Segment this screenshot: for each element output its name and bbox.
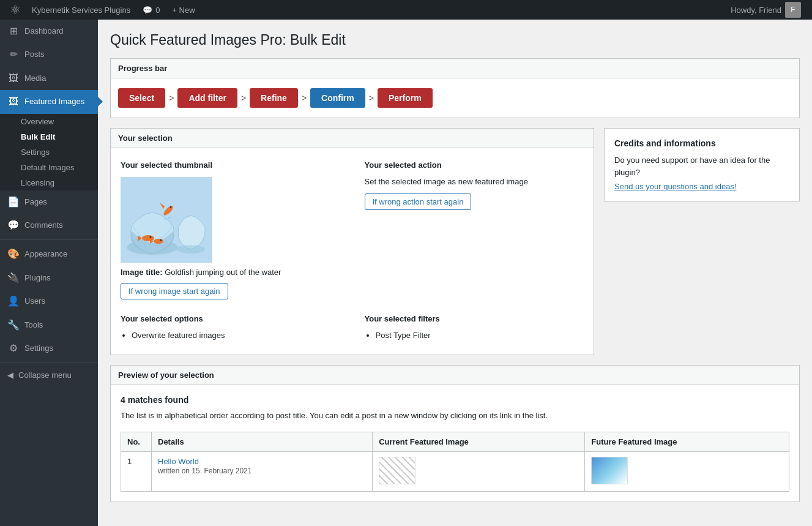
plugins-icon: 🔌 xyxy=(7,271,20,285)
options-section: Your selected options Overwrite featured… xyxy=(121,314,352,342)
filters-list: Post Type Filter xyxy=(365,331,584,340)
progress-bar-header: Progress bar xyxy=(111,59,799,78)
options-list: Overwrite featured images xyxy=(121,331,340,340)
comments-sidebar-icon: 💬 xyxy=(7,219,20,232)
post-title-link[interactable]: Hello World xyxy=(158,457,199,466)
collapse-icon: ◀ xyxy=(7,370,13,380)
sidebar-item-media[interactable]: 🖼 Media xyxy=(0,67,98,90)
step-perform-button[interactable]: Perform xyxy=(378,88,433,108)
svg-point-10 xyxy=(170,206,172,208)
thumbnail-image-area xyxy=(121,177,212,263)
row-future-image xyxy=(585,451,789,491)
step-select-button[interactable]: Select xyxy=(118,88,165,108)
svg-point-11 xyxy=(177,245,205,254)
step-arrow-1: > xyxy=(169,93,174,103)
step-arrow-4: > xyxy=(369,93,374,103)
action-section: Your selected action Set the selected im… xyxy=(352,160,584,299)
selection-header: Your selection xyxy=(111,129,594,148)
table-header-future: Future Featured Image xyxy=(585,432,789,451)
featured-images-icon: 🖼 xyxy=(7,95,20,108)
preview-header: Preview of your selection xyxy=(111,366,799,385)
table-header-no: No. xyxy=(121,432,152,451)
submenu-item-overview[interactable]: Overview xyxy=(0,114,98,129)
media-icon: 🖼 xyxy=(7,72,20,85)
credits-column: Credits and informations Do you need sup… xyxy=(604,128,800,355)
dashboard-icon: ⊞ xyxy=(7,24,20,38)
filters-section: Your selected filters Post Type Filter xyxy=(352,314,584,342)
action-description: Set the selected image as new featured i… xyxy=(365,177,584,186)
svg-point-5 xyxy=(154,239,163,244)
options-title: Your selected options xyxy=(121,314,340,323)
admin-sidebar: ⊞ Dashboard ✏ Posts 🖼 Media 🖼 Featured I… xyxy=(0,20,98,526)
appearance-icon: 🎨 xyxy=(7,247,20,261)
selection-column: Your selection Your selected thumbnail xyxy=(110,128,594,355)
credits-box: Credits and informations Do you need sup… xyxy=(604,128,800,201)
filter-item: Post Type Filter xyxy=(376,331,584,340)
post-date: written on 15. February 2021 xyxy=(158,467,251,475)
submenu-item-bulk-edit[interactable]: Bulk Edit xyxy=(0,129,98,145)
pages-icon: 📄 xyxy=(7,195,20,209)
featured-images-submenu: Overview Bulk Edit Settings Default Imag… xyxy=(0,114,98,190)
settings-icon: ⚙ xyxy=(7,342,20,355)
posts-icon: ✏ xyxy=(7,48,20,61)
collapse-menu[interactable]: ◀ Collapse menu xyxy=(0,366,98,385)
page-title: Quick Featured Images Pro: Bulk Edit xyxy=(110,32,800,48)
sidebar-item-comments[interactable]: 💬 Comments xyxy=(0,214,98,237)
selection-body: Your selected thumbnail xyxy=(111,148,594,355)
image-title-text: Image title: Goldfish jumping out of the… xyxy=(121,268,340,277)
action-title: Your selected action xyxy=(365,160,584,170)
sidebar-item-posts[interactable]: ✏ Posts xyxy=(0,43,98,66)
table-header-current: Current Featured Image xyxy=(373,432,585,451)
row-current-image xyxy=(373,451,585,491)
svg-point-7 xyxy=(160,239,162,241)
sidebar-item-settings[interactable]: ⚙ Settings xyxy=(0,337,98,360)
future-thumbnail xyxy=(591,457,628,484)
step-add-filter-button[interactable]: Add filter xyxy=(177,88,237,108)
submenu-item-licensing[interactable]: Licensing xyxy=(0,175,98,190)
adminbar-new[interactable]: + New xyxy=(166,0,201,20)
sidebar-item-tools[interactable]: 🔧 Tools xyxy=(0,314,98,337)
option-item: Overwrite featured images xyxy=(132,331,340,340)
adminbar-site-name[interactable]: Kybernetik Services Plugins xyxy=(26,0,136,20)
credits-link[interactable]: Send us your questions and ideas! xyxy=(614,182,736,191)
step-confirm-button[interactable]: Confirm xyxy=(310,88,365,108)
row-details: Hello World written on 15. February 2021 xyxy=(152,451,373,491)
main-content: Quick Featured Images Pro: Bulk Edit Pro… xyxy=(98,20,812,526)
credits-text: Do you need support or have an idea for … xyxy=(614,154,789,178)
matches-count: 4 matches found xyxy=(121,395,789,405)
options-filters-grid: Your selected options Overwrite featured… xyxy=(121,314,584,342)
sidebar-item-appearance[interactable]: 🎨 Appearance xyxy=(0,242,98,266)
sidebar-item-featured-images[interactable]: 🖼 Featured Images xyxy=(0,90,98,113)
adminbar-comments[interactable]: 💬 0 xyxy=(136,0,166,20)
sidebar-item-users[interactable]: 👤 Users xyxy=(0,290,98,313)
avatar: F xyxy=(785,2,801,18)
selection-grid: Your selected thumbnail xyxy=(121,160,584,299)
sidebar-item-dashboard[interactable]: ⊞ Dashboard xyxy=(0,20,98,43)
submenu-item-default-images[interactable]: Default Images xyxy=(0,160,98,175)
preview-body: 4 matches found The list is in alphabeti… xyxy=(111,385,799,502)
svg-point-4 xyxy=(150,236,152,238)
progress-bar-body: Select > Add filter > Refine > Confirm >… xyxy=(111,78,799,118)
wp-logo-icon[interactable]: ⚛ xyxy=(5,2,26,17)
table-row: 1 Hello World written on 15. February 20… xyxy=(121,451,789,491)
wrong-action-button[interactable]: If wrong action start again xyxy=(365,193,472,210)
step-refine-button[interactable]: Refine xyxy=(250,88,298,108)
selection-section: Your selection Your selected thumbnail xyxy=(110,128,594,355)
comments-icon: 💬 xyxy=(143,6,152,15)
current-thumbnail xyxy=(379,457,415,484)
sidebar-item-plugins[interactable]: 🔌 Plugins xyxy=(0,266,98,290)
progress-bar-section: Progress bar Select > Add filter > Refin… xyxy=(110,58,800,118)
row-number: 1 xyxy=(121,451,152,491)
credits-title: Credits and informations xyxy=(614,138,789,148)
matches-description: The list is in alphabetical order accord… xyxy=(121,410,789,422)
step-arrow-2: > xyxy=(241,93,246,103)
tools-icon: 🔧 xyxy=(7,318,20,332)
preview-section: Preview of your selection 4 matches foun… xyxy=(110,365,800,502)
thumbnail-section: Your selected thumbnail xyxy=(121,160,352,299)
submenu-item-settings[interactable]: Settings xyxy=(0,145,98,160)
sidebar-item-pages[interactable]: 📄 Pages xyxy=(0,190,98,214)
filters-title: Your selected filters xyxy=(365,314,584,323)
two-col-layout: Your selection Your selected thumbnail xyxy=(110,128,800,355)
users-icon: 👤 xyxy=(7,295,20,308)
wrong-image-button[interactable]: If wrong image start again xyxy=(121,283,228,299)
